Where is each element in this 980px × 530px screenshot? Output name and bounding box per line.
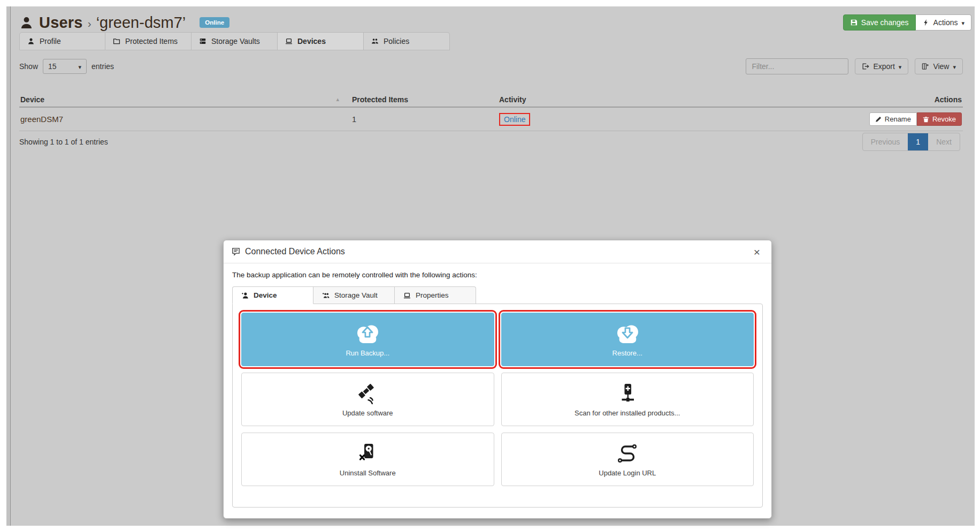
actions-dropdown-button[interactable]: Actions ▾ bbox=[916, 14, 971, 31]
row-actions: Rename Revoke bbox=[869, 112, 962, 126]
connected-device-actions-modal: Connected Device Actions × The backup ap… bbox=[223, 240, 772, 519]
revoke-button[interactable]: Revoke bbox=[917, 112, 962, 126]
chevron-down-icon: ▾ bbox=[953, 63, 956, 70]
people-icon bbox=[371, 37, 379, 45]
column-header-device[interactable]: Device ▴ bbox=[20, 95, 352, 104]
view-dropdown-button[interactable]: View ▾ bbox=[915, 58, 963, 74]
pagination-next[interactable]: Next bbox=[928, 133, 960, 150]
chevron-down-icon: ▾ bbox=[79, 63, 82, 70]
people-plus-icon bbox=[322, 292, 330, 299]
tab-policies[interactable]: Policies bbox=[364, 32, 450, 50]
breadcrumb-separator: › bbox=[88, 15, 91, 30]
run-backup-button[interactable]: Run Backup... bbox=[241, 313, 494, 366]
modal-header: Connected Device Actions × bbox=[224, 240, 771, 263]
page-header: Users › ‘green-dsm7’ Online Save changes… bbox=[19, 11, 971, 34]
modal-tab-bar: Device Storage Vault Properties bbox=[232, 286, 763, 304]
chevron-down-icon: ▾ bbox=[899, 63, 902, 70]
uninstall-software-button[interactable]: Uninstall Software bbox=[241, 433, 494, 486]
app-window: Users › ‘green-dsm7’ Online Save changes… bbox=[0, 0, 980, 530]
modal-tab-device[interactable]: Device bbox=[232, 286, 313, 304]
filter-input[interactable] bbox=[746, 58, 848, 74]
folder-icon bbox=[113, 37, 120, 45]
modal-description: The backup application can be remotely c… bbox=[232, 271, 763, 279]
laptop-icon bbox=[403, 292, 411, 299]
tab-devices[interactable]: Devices bbox=[278, 32, 364, 50]
user-icon bbox=[19, 16, 34, 30]
modal-title: Connected Device Actions bbox=[245, 247, 345, 256]
pagination-page-1[interactable]: 1 bbox=[908, 133, 928, 150]
header-buttons: Save changes Actions ▾ bbox=[843, 14, 971, 31]
page-title: Users bbox=[39, 14, 83, 32]
sort-asc-icon: ▴ bbox=[336, 96, 339, 103]
trash-icon bbox=[923, 116, 929, 123]
satellite-icon bbox=[357, 382, 378, 404]
person-plus-icon bbox=[241, 292, 249, 299]
disk-remove-icon bbox=[357, 442, 378, 464]
route-icon bbox=[616, 442, 639, 464]
status-badge: Online bbox=[200, 17, 229, 28]
columns-icon bbox=[922, 63, 929, 70]
page-size-select[interactable]: 15 ▾ bbox=[43, 59, 87, 74]
update-login-url-button[interactable]: Update Login URL bbox=[501, 433, 754, 486]
storage-icon bbox=[199, 37, 206, 45]
column-header-protected-items[interactable]: Protected Items bbox=[352, 95, 499, 104]
chevron-down-icon: ▾ bbox=[961, 19, 964, 26]
chat-square-icon bbox=[232, 247, 240, 256]
cloud-download-icon bbox=[612, 322, 643, 344]
table-row: greenDSM7 1 Online Rename Revoke bbox=[19, 108, 963, 131]
person-icon bbox=[27, 37, 35, 45]
device-action-grid: Run Backup... Restore... bbox=[241, 313, 754, 486]
lightning-icon bbox=[922, 19, 930, 26]
column-header-actions: Actions bbox=[935, 95, 962, 104]
pagination-previous[interactable]: Previous bbox=[863, 133, 908, 150]
table-footer: Showing 1 to 1 of 1 entries Previous 1 N… bbox=[19, 133, 960, 151]
devices-table: Device ▴ Protected Items Activity Action… bbox=[19, 92, 963, 131]
cloud-upload-icon bbox=[352, 322, 383, 344]
save-changes-button[interactable]: Save changes bbox=[843, 14, 916, 31]
device-plus-icon bbox=[617, 382, 638, 404]
main-tab-bar: Profile Protected Items Storage Vaults D… bbox=[19, 32, 450, 50]
modal-body: The backup application can be remotely c… bbox=[224, 263, 771, 515]
modal-tab-storage-vault[interactable]: Storage Vault bbox=[313, 286, 395, 304]
export-dropdown-button[interactable]: Export ▾ bbox=[855, 58, 908, 74]
entries-summary: Showing 1 to 1 of 1 entries bbox=[19, 138, 108, 146]
online-link[interactable]: Online bbox=[504, 115, 525, 124]
activity-cell: Online bbox=[499, 113, 849, 126]
user-detail-page: Users › ‘green-dsm7’ Online Save changes… bbox=[6, 6, 975, 526]
save-icon bbox=[850, 19, 858, 26]
tab-storage-vaults[interactable]: Storage Vaults bbox=[192, 32, 278, 50]
update-software-button[interactable]: Update software bbox=[241, 373, 494, 426]
export-icon bbox=[862, 63, 869, 70]
entries-label: entries bbox=[91, 62, 114, 71]
modal-tab-properties[interactable]: Properties bbox=[395, 286, 476, 304]
column-header-activity[interactable]: Activity bbox=[499, 95, 849, 104]
left-edge-strip bbox=[6, 6, 11, 526]
tab-protected-items[interactable]: Protected Items bbox=[105, 32, 192, 50]
restore-button[interactable]: Restore... bbox=[501, 313, 754, 366]
tab-profile[interactable]: Profile bbox=[19, 32, 105, 50]
close-icon[interactable]: × bbox=[751, 245, 763, 259]
annotation-box-online: Online bbox=[499, 113, 530, 126]
rename-button[interactable]: Rename bbox=[869, 112, 917, 126]
modal-tab-panel: Run Backup... Restore... bbox=[232, 304, 763, 508]
page-subtitle: ‘green-dsm7’ bbox=[96, 14, 186, 32]
table-header-row: Device ▴ Protected Items Activity Action… bbox=[19, 92, 963, 108]
device-name-cell: greenDSM7 bbox=[20, 115, 352, 124]
protected-items-cell: 1 bbox=[352, 115, 499, 124]
show-label: Show bbox=[19, 62, 38, 71]
pagination: Previous 1 Next bbox=[862, 133, 960, 151]
table-controls: Show 15 ▾ entries Export ▾ View ▾ bbox=[19, 58, 963, 75]
laptop-icon bbox=[285, 37, 293, 45]
pencil-icon bbox=[875, 116, 882, 123]
scan-products-button[interactable]: Scan for other installed products... bbox=[501, 373, 754, 426]
